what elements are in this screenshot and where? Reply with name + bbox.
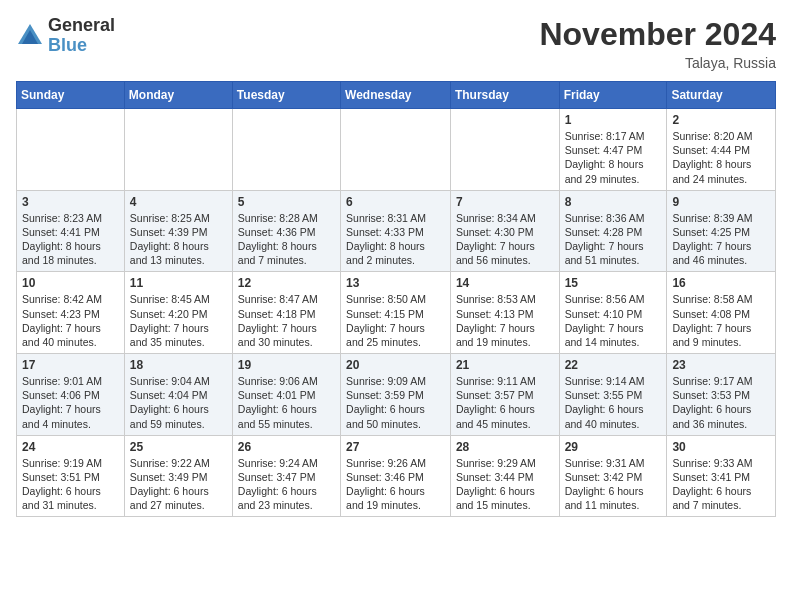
calendar-cell: 25Sunrise: 9:22 AMSunset: 3:49 PMDayligh… <box>124 435 232 517</box>
day-number: 15 <box>565 276 662 290</box>
day-info: Sunrise: 8:50 AMSunset: 4:15 PMDaylight:… <box>346 292 445 349</box>
header-tuesday: Tuesday <box>232 82 340 109</box>
day-number: 5 <box>238 195 335 209</box>
calendar-row: 3Sunrise: 8:23 AMSunset: 4:41 PMDaylight… <box>17 190 776 272</box>
calendar-row: 24Sunrise: 9:19 AMSunset: 3:51 PMDayligh… <box>17 435 776 517</box>
day-info: Sunrise: 9:24 AMSunset: 3:47 PMDaylight:… <box>238 456 335 513</box>
day-info: Sunrise: 8:47 AMSunset: 4:18 PMDaylight:… <box>238 292 335 349</box>
day-info: Sunrise: 8:58 AMSunset: 4:08 PMDaylight:… <box>672 292 770 349</box>
day-info: Sunrise: 8:23 AMSunset: 4:41 PMDaylight:… <box>22 211 119 268</box>
day-number: 6 <box>346 195 445 209</box>
day-number: 24 <box>22 440 119 454</box>
day-info: Sunrise: 9:26 AMSunset: 3:46 PMDaylight:… <box>346 456 445 513</box>
calendar-cell <box>232 109 340 191</box>
page: General Blue November 2024 Talaya, Russi… <box>0 0 792 612</box>
day-number: 4 <box>130 195 227 209</box>
calendar-cell: 28Sunrise: 9:29 AMSunset: 3:44 PMDayligh… <box>450 435 559 517</box>
calendar-cell: 24Sunrise: 9:19 AMSunset: 3:51 PMDayligh… <box>17 435 125 517</box>
logo-text: General Blue <box>48 16 115 56</box>
day-number: 10 <box>22 276 119 290</box>
logo: General Blue <box>16 16 115 56</box>
calendar-cell: 2Sunrise: 8:20 AMSunset: 4:44 PMDaylight… <box>667 109 776 191</box>
calendar-cell: 10Sunrise: 8:42 AMSunset: 4:23 PMDayligh… <box>17 272 125 354</box>
calendar-cell: 4Sunrise: 8:25 AMSunset: 4:39 PMDaylight… <box>124 190 232 272</box>
day-number: 8 <box>565 195 662 209</box>
logo-general-label: General <box>48 16 115 36</box>
day-number: 30 <box>672 440 770 454</box>
calendar-cell: 12Sunrise: 8:47 AMSunset: 4:18 PMDayligh… <box>232 272 340 354</box>
day-info: Sunrise: 8:45 AMSunset: 4:20 PMDaylight:… <box>130 292 227 349</box>
calendar-cell: 20Sunrise: 9:09 AMSunset: 3:59 PMDayligh… <box>341 354 451 436</box>
day-number: 20 <box>346 358 445 372</box>
day-info: Sunrise: 8:56 AMSunset: 4:10 PMDaylight:… <box>565 292 662 349</box>
calendar-cell: 13Sunrise: 8:50 AMSunset: 4:15 PMDayligh… <box>341 272 451 354</box>
header-saturday: Saturday <box>667 82 776 109</box>
calendar-cell: 11Sunrise: 8:45 AMSunset: 4:20 PMDayligh… <box>124 272 232 354</box>
calendar-row: 10Sunrise: 8:42 AMSunset: 4:23 PMDayligh… <box>17 272 776 354</box>
calendar-cell: 29Sunrise: 9:31 AMSunset: 3:42 PMDayligh… <box>559 435 667 517</box>
day-info: Sunrise: 9:04 AMSunset: 4:04 PMDaylight:… <box>130 374 227 431</box>
day-number: 21 <box>456 358 554 372</box>
day-number: 14 <box>456 276 554 290</box>
day-info: Sunrise: 9:19 AMSunset: 3:51 PMDaylight:… <box>22 456 119 513</box>
day-number: 9 <box>672 195 770 209</box>
title-area: November 2024 Talaya, Russia <box>539 16 776 71</box>
day-info: Sunrise: 9:14 AMSunset: 3:55 PMDaylight:… <box>565 374 662 431</box>
day-number: 18 <box>130 358 227 372</box>
day-info: Sunrise: 9:06 AMSunset: 4:01 PMDaylight:… <box>238 374 335 431</box>
calendar-cell: 3Sunrise: 8:23 AMSunset: 4:41 PMDaylight… <box>17 190 125 272</box>
day-number: 16 <box>672 276 770 290</box>
month-title: November 2024 <box>539 16 776 53</box>
calendar-row: 17Sunrise: 9:01 AMSunset: 4:06 PMDayligh… <box>17 354 776 436</box>
calendar-cell <box>341 109 451 191</box>
calendar-cell: 9Sunrise: 8:39 AMSunset: 4:25 PMDaylight… <box>667 190 776 272</box>
calendar-cell: 19Sunrise: 9:06 AMSunset: 4:01 PMDayligh… <box>232 354 340 436</box>
calendar-cell: 7Sunrise: 8:34 AMSunset: 4:30 PMDaylight… <box>450 190 559 272</box>
day-info: Sunrise: 9:01 AMSunset: 4:06 PMDaylight:… <box>22 374 119 431</box>
day-info: Sunrise: 9:31 AMSunset: 3:42 PMDaylight:… <box>565 456 662 513</box>
header-thursday: Thursday <box>450 82 559 109</box>
day-info: Sunrise: 8:25 AMSunset: 4:39 PMDaylight:… <box>130 211 227 268</box>
header-friday: Friday <box>559 82 667 109</box>
day-number: 26 <box>238 440 335 454</box>
calendar-cell: 23Sunrise: 9:17 AMSunset: 3:53 PMDayligh… <box>667 354 776 436</box>
header: General Blue November 2024 Talaya, Russi… <box>16 16 776 71</box>
location: Talaya, Russia <box>539 55 776 71</box>
day-number: 23 <box>672 358 770 372</box>
day-info: Sunrise: 9:11 AMSunset: 3:57 PMDaylight:… <box>456 374 554 431</box>
logo-icon <box>16 22 44 50</box>
header-monday: Monday <box>124 82 232 109</box>
day-info: Sunrise: 9:09 AMSunset: 3:59 PMDaylight:… <box>346 374 445 431</box>
logo-blue-label: Blue <box>48 36 115 56</box>
day-number: 19 <box>238 358 335 372</box>
day-info: Sunrise: 9:22 AMSunset: 3:49 PMDaylight:… <box>130 456 227 513</box>
calendar-cell: 17Sunrise: 9:01 AMSunset: 4:06 PMDayligh… <box>17 354 125 436</box>
day-info: Sunrise: 8:17 AMSunset: 4:47 PMDaylight:… <box>565 129 662 186</box>
calendar-row: 1Sunrise: 8:17 AMSunset: 4:47 PMDaylight… <box>17 109 776 191</box>
calendar-cell: 8Sunrise: 8:36 AMSunset: 4:28 PMDaylight… <box>559 190 667 272</box>
day-number: 25 <box>130 440 227 454</box>
calendar-cell: 6Sunrise: 8:31 AMSunset: 4:33 PMDaylight… <box>341 190 451 272</box>
calendar-cell: 5Sunrise: 8:28 AMSunset: 4:36 PMDaylight… <box>232 190 340 272</box>
day-info: Sunrise: 9:17 AMSunset: 3:53 PMDaylight:… <box>672 374 770 431</box>
header-sunday: Sunday <box>17 82 125 109</box>
day-number: 1 <box>565 113 662 127</box>
calendar-cell: 30Sunrise: 9:33 AMSunset: 3:41 PMDayligh… <box>667 435 776 517</box>
day-number: 17 <box>22 358 119 372</box>
day-info: Sunrise: 8:31 AMSunset: 4:33 PMDaylight:… <box>346 211 445 268</box>
day-info: Sunrise: 8:42 AMSunset: 4:23 PMDaylight:… <box>22 292 119 349</box>
calendar-table: Sunday Monday Tuesday Wednesday Thursday… <box>16 81 776 517</box>
calendar-header-row: Sunday Monday Tuesday Wednesday Thursday… <box>17 82 776 109</box>
calendar-cell: 18Sunrise: 9:04 AMSunset: 4:04 PMDayligh… <box>124 354 232 436</box>
day-info: Sunrise: 9:29 AMSunset: 3:44 PMDaylight:… <box>456 456 554 513</box>
calendar-cell: 15Sunrise: 8:56 AMSunset: 4:10 PMDayligh… <box>559 272 667 354</box>
day-number: 3 <box>22 195 119 209</box>
calendar-cell: 14Sunrise: 8:53 AMSunset: 4:13 PMDayligh… <box>450 272 559 354</box>
day-info: Sunrise: 8:28 AMSunset: 4:36 PMDaylight:… <box>238 211 335 268</box>
calendar-cell: 1Sunrise: 8:17 AMSunset: 4:47 PMDaylight… <box>559 109 667 191</box>
calendar-cell: 26Sunrise: 9:24 AMSunset: 3:47 PMDayligh… <box>232 435 340 517</box>
day-info: Sunrise: 8:20 AMSunset: 4:44 PMDaylight:… <box>672 129 770 186</box>
calendar-cell: 21Sunrise: 9:11 AMSunset: 3:57 PMDayligh… <box>450 354 559 436</box>
day-info: Sunrise: 8:36 AMSunset: 4:28 PMDaylight:… <box>565 211 662 268</box>
calendar-cell <box>17 109 125 191</box>
